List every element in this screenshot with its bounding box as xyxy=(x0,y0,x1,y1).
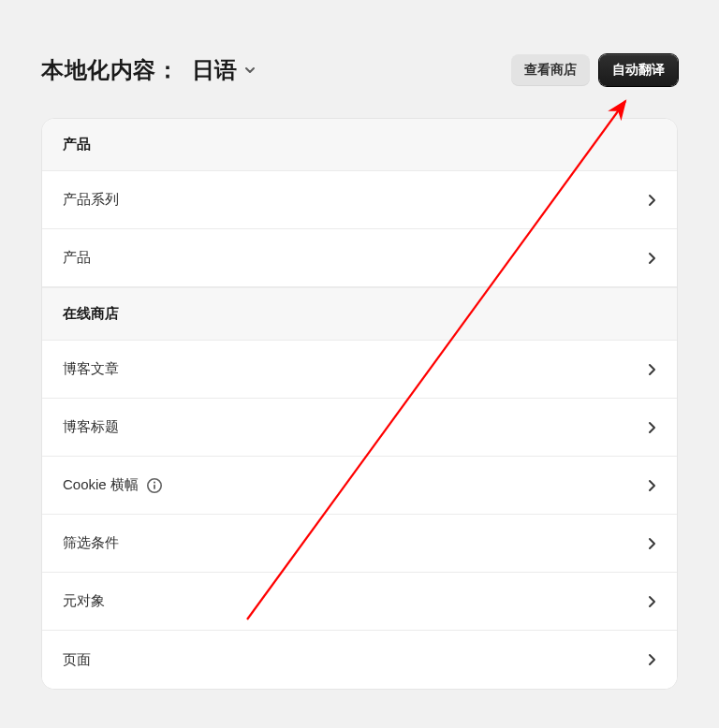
chevron-down-icon xyxy=(242,63,257,78)
chevron-right-icon xyxy=(648,252,656,265)
row-products[interactable]: 产品 xyxy=(42,229,677,287)
row-blog-posts[interactable]: 博客文章 xyxy=(42,341,677,399)
row-label: 筛选条件 xyxy=(63,534,119,552)
svg-rect-2 xyxy=(154,484,155,488)
row-pages[interactable]: 页面 xyxy=(42,631,677,689)
chevron-right-icon xyxy=(648,537,656,550)
chevron-right-icon xyxy=(648,194,656,207)
section-header-products: 产品 xyxy=(42,119,677,171)
row-label: 产品 xyxy=(63,249,91,267)
view-store-button[interactable]: 查看商店 xyxy=(511,54,590,86)
svg-point-1 xyxy=(154,481,155,483)
page-title: 本地化内容： xyxy=(41,55,179,85)
section-header-online-store: 在线商店 xyxy=(42,287,677,341)
row-collections[interactable]: 产品系列 xyxy=(42,171,677,229)
chevron-right-icon xyxy=(648,421,656,434)
row-blog-titles[interactable]: 博客标题 xyxy=(42,399,677,457)
row-label: 页面 xyxy=(63,651,91,669)
language-selector-label: 日语 xyxy=(192,55,237,85)
row-label: Cookie 横幅 xyxy=(63,476,139,494)
localization-card: 产品 产品系列 产品 在线商店 博客文章 xyxy=(41,118,678,690)
row-label: 博客文章 xyxy=(63,360,119,378)
auto-translate-button[interactable]: 自动翻译 xyxy=(599,54,678,86)
auto-translate-button-label: 自动翻译 xyxy=(612,62,665,79)
row-label: 元对象 xyxy=(63,592,105,610)
language-selector[interactable]: 日语 xyxy=(192,55,257,85)
chevron-right-icon xyxy=(648,595,656,608)
page-header: 本地化内容： 日语 查看商店 自动翻译 xyxy=(41,54,678,86)
row-label: 产品系列 xyxy=(63,191,119,209)
row-cookie-banner[interactable]: Cookie 横幅 xyxy=(42,457,677,515)
chevron-right-icon xyxy=(648,653,656,666)
info-icon[interactable] xyxy=(146,477,163,494)
chevron-right-icon xyxy=(648,363,656,376)
row-filters[interactable]: 筛选条件 xyxy=(42,515,677,573)
row-metaobjects[interactable]: 元对象 xyxy=(42,573,677,631)
row-label: 博客标题 xyxy=(63,418,119,436)
chevron-right-icon xyxy=(648,479,656,492)
view-store-button-label: 查看商店 xyxy=(524,62,577,79)
